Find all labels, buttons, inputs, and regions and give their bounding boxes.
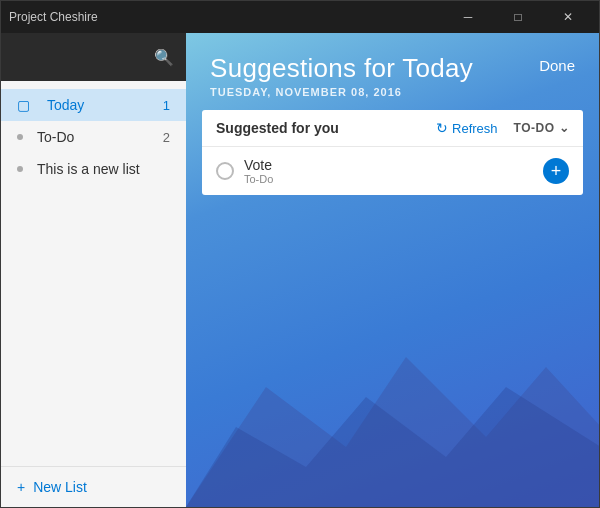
sidebar-item-todo[interactable]: To-Do 2 (1, 121, 186, 153)
item-content: Vote To-Do (244, 157, 533, 185)
todo-dropdown[interactable]: TO-DO ⌄ (514, 121, 569, 135)
chevron-down-icon: ⌄ (559, 121, 570, 135)
sidebar-item-today[interactable]: ▢ Today 1 (1, 89, 186, 121)
titlebar-left: Project Cheshire (9, 10, 98, 24)
panel-date: TUESDAY, NOVEMBER 08, 2016 (210, 86, 575, 98)
card-header: Suggested for you ↻ Refresh TO-DO ⌄ (202, 110, 583, 147)
sidebar-item-todo-label: To-Do (37, 129, 154, 145)
sidebar-footer: + New List (1, 466, 186, 507)
main-content: 🔍 ▢ Today 1 To-Do 2 This is (1, 33, 599, 507)
panel-title: Suggestions for Today (210, 53, 575, 84)
plus-icon: + (17, 479, 25, 495)
search-button[interactable]: 🔍 (154, 48, 174, 67)
new-list-label: New List (33, 479, 87, 495)
refresh-icon: ↻ (436, 120, 448, 136)
sidebar-nav: ▢ Today 1 To-Do 2 This is a new list (1, 81, 186, 466)
plus-icon: + (551, 162, 562, 180)
maximize-button[interactable]: □ (495, 1, 541, 33)
sidebar-item-today-label: Today (47, 97, 154, 113)
close-button[interactable]: ✕ (545, 1, 591, 33)
app-window: Project Cheshire ─ □ ✕ 🔍 ▢ Today 1 (0, 0, 600, 508)
sidebar-item-todo-badge: 2 (154, 130, 170, 145)
refresh-label: Refresh (452, 121, 498, 136)
suggestion-card: Suggested for you ↻ Refresh TO-DO ⌄ Vote… (202, 110, 583, 195)
sidebar-item-today-badge: 1 (154, 98, 170, 113)
card-header-title: Suggested for you (216, 120, 436, 136)
app-title: Project Cheshire (9, 10, 98, 24)
item-subtitle: To-Do (244, 173, 533, 185)
sidebar-search-bar: 🔍 (1, 33, 186, 81)
list-item: Vote To-Do + (202, 147, 583, 195)
done-button[interactable]: Done (539, 57, 575, 74)
titlebar-controls: ─ □ ✕ (445, 1, 591, 33)
item-add-button[interactable]: + (543, 158, 569, 184)
mountain-background (186, 307, 599, 507)
panel-header: Suggestions for Today TUESDAY, NOVEMBER … (186, 33, 599, 110)
new-list-button[interactable]: + New List (17, 479, 87, 495)
item-title: Vote (244, 157, 533, 173)
refresh-button[interactable]: ↻ Refresh (436, 120, 498, 136)
minimize-button[interactable]: ─ (445, 1, 491, 33)
todo-dot-icon (17, 134, 23, 140)
main-panel: Suggestions for Today TUESDAY, NOVEMBER … (186, 33, 599, 507)
titlebar: Project Cheshire ─ □ ✕ (1, 1, 599, 33)
today-icon: ▢ (17, 97, 37, 113)
sidebar-item-newlist[interactable]: This is a new list (1, 153, 186, 185)
newlist-dot-icon (17, 166, 23, 172)
todo-dropdown-label: TO-DO (514, 121, 555, 135)
item-checkbox[interactable] (216, 162, 234, 180)
sidebar: 🔍 ▢ Today 1 To-Do 2 This is (1, 33, 186, 507)
sidebar-item-newlist-label: This is a new list (37, 161, 154, 177)
